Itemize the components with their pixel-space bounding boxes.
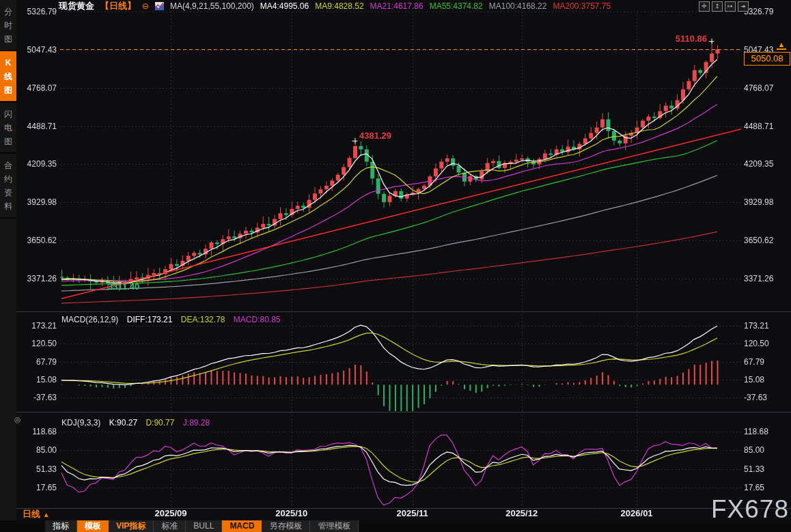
ma-group-label: MA(4,9,21,55,100,200) bbox=[170, 1, 254, 11]
y-axis-label: 173.21 bbox=[744, 320, 769, 331]
y-axis-label: 3929.98 bbox=[18, 197, 57, 208]
y-axis-label: 3929.98 bbox=[744, 197, 773, 208]
macd-title: MACD(26,12,9) bbox=[61, 315, 118, 324]
y-axis-label: 3371.26 bbox=[744, 273, 773, 284]
watermark: FX678 bbox=[711, 495, 789, 524]
bottom-toolbar: 指标 模板 VIP指标 标准 BULL MACD 另存模板 管理模板 bbox=[0, 520, 791, 532]
toolbar-tab-save-template[interactable]: 另存模板 bbox=[262, 520, 310, 532]
y-axis-label: 118.68 bbox=[18, 426, 57, 437]
y-axis-label: 118.68 bbox=[744, 426, 768, 437]
toolbar-tab-bull[interactable]: BULL bbox=[186, 520, 222, 532]
y-axis-label: 4768.07 bbox=[744, 83, 773, 94]
chart-header: 现货黄金 【日线】 ⊖ MA(4,9,21,55,100,200) MA4:49… bbox=[59, 0, 611, 12]
kdj-panel-header: KDJ(9,3,3) K:90.27 D:90.77 J:89.28 bbox=[61, 418, 216, 428]
x-axis-month-label: 2026/01 bbox=[615, 508, 658, 518]
mini-chart-icon[interactable] bbox=[155, 2, 164, 10]
ma9-value: MA9:4828.52 bbox=[315, 1, 363, 11]
y-axis-label: 4209.35 bbox=[18, 158, 57, 169]
trading-app-window: 分时图 K线图 闪电图 合约资料 现货黄金 【日线】 ⊖ MA(4,9,21,5… bbox=[0, 0, 791, 532]
y-axis-label: 17.65 bbox=[18, 482, 57, 493]
ma55-value: MA55:4374.82 bbox=[430, 1, 483, 11]
y-axis-label: 51.33 bbox=[18, 464, 57, 475]
y-axis-label: -37.63 bbox=[744, 392, 767, 403]
current-price-box: 5050.08 bbox=[744, 52, 790, 66]
sidebar-item-lightning-chart[interactable]: 闪电图 bbox=[0, 102, 16, 154]
y-axis-label: 5047.43 bbox=[18, 44, 57, 55]
ma4-value: MA4:4995.06 bbox=[260, 1, 309, 11]
toolbar-tab-indicators[interactable]: 指标 bbox=[45, 520, 77, 532]
y-axis-label: 67.79 bbox=[18, 356, 57, 367]
period-selector[interactable]: 日线 ▲ bbox=[23, 508, 50, 520]
toolbar-tab-templates[interactable]: 模板 bbox=[77, 520, 109, 532]
y-axis-label: 17.65 bbox=[744, 482, 764, 493]
sidebar-item-kline-chart[interactable]: K线图 bbox=[0, 51, 16, 102]
y-axis-label: 3371.26 bbox=[18, 273, 57, 284]
x-axis-month-label: 2025/12 bbox=[500, 508, 544, 518]
y-axis-label: 3650.62 bbox=[744, 235, 773, 246]
toolbar-tab-standard[interactable]: 标准 bbox=[154, 520, 186, 532]
crosshair-icon[interactable]: ✛ bbox=[699, 1, 710, 12]
kdj-k-value: K:90.27 bbox=[109, 418, 137, 428]
sidebar-item-time-chart[interactable]: 分时图 bbox=[0, 0, 16, 51]
ma200-value: MA200:3757.75 bbox=[553, 1, 611, 11]
pane-shift-icon[interactable]: ↠ bbox=[738, 1, 749, 12]
y-axis-label: 3650.62 bbox=[18, 235, 57, 246]
fit-vertical-icon[interactable]: ↥ bbox=[712, 1, 723, 12]
y-axis-label: 5326.79 bbox=[18, 6, 57, 17]
y-axis-label: 4488.71 bbox=[18, 121, 57, 132]
ma100-value: MA100:4168.22 bbox=[489, 1, 547, 11]
kdj-j-value: J:89.28 bbox=[183, 418, 210, 428]
y-axis-label: 4488.71 bbox=[744, 121, 773, 132]
chevron-up-icon: ▲ bbox=[43, 511, 50, 518]
y-axis-label: 67.79 bbox=[744, 356, 764, 367]
y-axis-label: 4209.35 bbox=[744, 158, 773, 169]
left-sidebar: 分时图 K线图 闪电图 合约资料 bbox=[0, 0, 16, 520]
y-axis-label: 120.50 bbox=[18, 338, 57, 349]
y-axis-label: 15.08 bbox=[18, 374, 57, 385]
chart-canvas[interactable] bbox=[0, 0, 791, 532]
y-axis-label: -37.63 bbox=[18, 392, 57, 403]
ma21-value: MA21:4617.86 bbox=[370, 1, 424, 11]
high-price-label: 5110.86 bbox=[662, 33, 707, 44]
scroll-to-latest-icon[interactable]: ▲ bbox=[777, 41, 786, 50]
macd-diff-value: DIFF:173.21 bbox=[127, 315, 173, 324]
swing-low-label: 3311.40 bbox=[108, 281, 139, 292]
y-axis-label: 173.21 bbox=[18, 320, 57, 331]
y-axis-label: 51.33 bbox=[744, 464, 764, 475]
x-axis-month-label: 2025/09 bbox=[149, 508, 193, 518]
y-axis-label: 4768.07 bbox=[18, 83, 57, 94]
header-toolbar: ✛ ↥ ↦ ↠ bbox=[699, 1, 749, 12]
x-axis-month-label: 2025/11 bbox=[391, 508, 434, 518]
y-axis-label: 15.08 bbox=[744, 374, 764, 385]
kdj-d-value: D:90.77 bbox=[145, 418, 174, 428]
fit-horizontal-icon[interactable]: ↦ bbox=[725, 1, 736, 12]
toolbar-tab-macd[interactable]: MACD bbox=[222, 520, 262, 532]
swing-high-label: 4381.29 bbox=[359, 130, 391, 141]
toolbar-tab-manage-templates[interactable]: 管理模板 bbox=[310, 520, 359, 532]
kdj-title: KDJ(9,3,3) bbox=[61, 418, 100, 428]
period-tag: 【日线】 bbox=[100, 0, 136, 12]
toolbar-tab-vip-indicators[interactable]: VIP指标 bbox=[109, 520, 154, 532]
y-axis-label: 85.00 bbox=[744, 445, 764, 456]
macd-dea-value: DEA:132.78 bbox=[181, 315, 225, 324]
x-axis-month-label: 2025/10 bbox=[270, 508, 314, 518]
symbol-name: 现货黄金 bbox=[59, 0, 94, 12]
kdj-panel-icon[interactable]: ◎ bbox=[14, 415, 21, 424]
sidebar-item-contract-info[interactable]: 合约资料 bbox=[0, 154, 16, 219]
macd-hist-value: MACD:80.85 bbox=[234, 315, 281, 324]
y-axis-label: 85.00 bbox=[18, 445, 57, 456]
collapse-icon[interactable]: ⊖ bbox=[142, 2, 149, 10]
y-axis-label: 120.50 bbox=[744, 338, 769, 349]
macd-panel-header: MACD(26,12,9) DIFF:173.21 DEA:132.78 MAC… bbox=[61, 315, 287, 324]
